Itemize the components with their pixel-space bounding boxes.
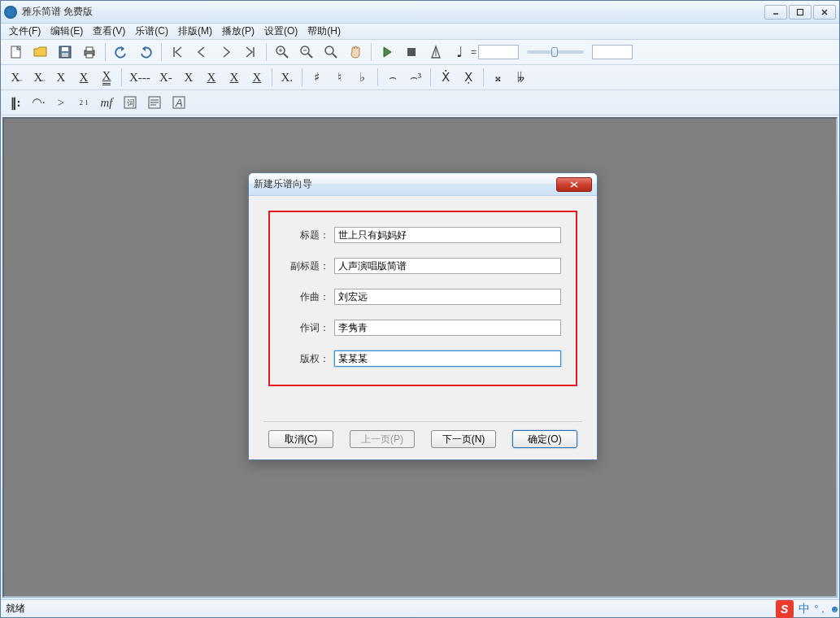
statusbar: 就绪 S 中 °， ☻ [1,599,839,617]
open-button[interactable] [29,41,52,63]
dialog-titlebar: 新建乐谱向导 [249,173,597,196]
separator [121,68,122,86]
svg-line-12 [284,54,288,58]
note-dotted[interactable]: X. [276,67,298,88]
double-sharp[interactable]: 𝄪 [487,67,510,88]
triplet-button[interactable]: ⌢³ [404,67,427,88]
note-x3[interactable]: X [223,67,246,88]
maximize-icon [796,8,804,16]
ok-button[interactable]: 确定(O) [512,430,577,448]
play-button[interactable] [376,41,398,63]
dynamic-mf[interactable]: mf [95,92,118,113]
label-title: 标题： [285,228,329,242]
stop-button[interactable] [400,41,423,63]
decrescendo-button[interactable]: 2 1 [72,92,95,113]
octave-down[interactable]: X̣ [457,67,480,88]
sharp-button[interactable]: ♯ [306,67,329,88]
minimize-button[interactable] [764,5,787,20]
toolbar-standard: ♩ = [1,40,839,65]
note-dash3[interactable]: X--- [125,67,155,88]
undo-icon [113,44,129,60]
metronome-button[interactable] [424,41,447,63]
save-button[interactable] [54,41,76,63]
text-button[interactable] [143,92,166,113]
lyrics-button[interactable]: 词 [119,92,141,113]
zoom-in-button[interactable] [271,41,294,63]
maximize-button[interactable] [789,5,812,20]
font-icon: A [171,94,187,111]
note-x2[interactable]: X [200,67,223,88]
zoom-input[interactable] [592,45,633,59]
menu-play[interactable]: 播放(P) [217,23,259,40]
menu-help[interactable]: 帮助(H) [302,23,346,40]
menu-edit[interactable]: 编辑(E) [46,23,88,40]
last-page-button[interactable] [239,41,262,63]
crescendo-button[interactable]: > [50,92,72,113]
octave-up[interactable]: Ẋ [434,67,457,88]
titlebar: 雅乐简谱 免费版 [1,1,839,24]
note-eighth[interactable]: X [72,67,95,88]
input-composer[interactable] [334,289,561,305]
hand-icon [347,44,363,60]
input-title[interactable] [334,227,561,243]
dialog-body: 标题： 副标题： 作曲： 作词： [249,196,597,421]
input-subtitle[interactable] [334,258,561,274]
note-sixteenth[interactable]: X [95,67,118,88]
flat-button[interactable]: ♭ [351,67,374,88]
input-lyricist[interactable] [334,320,561,336]
input-copyright[interactable] [334,350,561,367]
dialog-close-button[interactable] [556,177,592,192]
zoom-fit-button[interactable] [320,41,342,63]
note-half[interactable]: X͟ [27,67,50,88]
print-icon [81,44,98,60]
menu-settings[interactable]: 设置(O) [259,23,302,40]
prev-button[interactable]: 上一页(P) [350,430,415,448]
note-x4[interactable]: X [246,67,268,88]
ime-lang[interactable]: 中 [795,602,813,616]
new-button[interactable] [5,41,28,63]
lyrics-icon: 词 [122,94,138,111]
repeat-barline[interactable]: ‖: [4,92,27,113]
font-button[interactable]: A [168,92,190,113]
stop-icon [403,44,420,60]
row-title: 标题： [285,227,561,243]
fermata-button[interactable]: ◠· [27,92,50,113]
new-score-wizard-dialog: 新建乐谱向导 标题： 副标题： 作曲： [248,172,598,460]
label-subtitle: 副标题： [285,259,329,273]
first-page-button[interactable] [166,41,189,63]
menu-file[interactable]: 文件(F) [4,23,46,40]
note-whole[interactable]: X͟ [4,67,27,88]
tie-button[interactable]: ⌢ [381,67,404,88]
prev-page-button[interactable] [190,41,213,63]
pan-button[interactable] [344,41,367,63]
print-button[interactable] [78,41,101,63]
save-icon [57,44,73,60]
redo-button[interactable] [134,41,157,63]
zoom-out-button[interactable] [295,41,318,63]
slider-thumb[interactable] [551,47,558,57]
cancel-button[interactable]: 取消(C) [268,430,333,448]
close-button[interactable] [813,5,836,20]
double-flat[interactable]: 𝄫 [510,67,533,88]
ime-badge-icon[interactable]: S [776,600,794,618]
note-x1[interactable]: X [177,67,200,88]
next-button[interactable]: 下一页(N) [431,430,496,448]
separator [272,68,272,86]
ime-punct-icon[interactable]: °， [815,603,829,616]
menu-view[interactable]: 查看(V) [88,23,130,40]
menu-layout[interactable]: 排版(M) [173,23,217,40]
menu-score[interactable]: 乐谱(C) [130,23,173,40]
undo-button[interactable] [110,41,133,63]
svg-rect-10 [86,54,93,58]
minimize-icon [772,8,780,16]
note-quarter[interactable]: X [50,67,72,88]
tempo-note-icon: ♩ [448,41,471,63]
note-dash1[interactable]: X- [155,67,177,88]
ime-extra-icon[interactable]: ☻ [829,603,840,615]
separator [266,43,267,61]
tempo-input[interactable] [478,45,519,59]
toolbars: ♩ = X͟ X͟ X X X X--- X- X X X X X. ♯ [1,40,839,115]
natural-button[interactable]: ♮ [329,67,351,88]
tempo-slider[interactable] [527,50,584,54]
next-page-button[interactable] [215,41,237,63]
